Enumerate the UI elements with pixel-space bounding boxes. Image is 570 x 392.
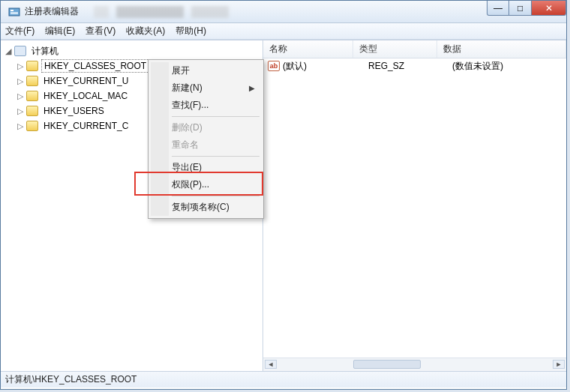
list-body[interactable]: ab (默认) REG_SZ (数值未设置)	[263, 58, 566, 358]
svg-rect-1	[10, 10, 14, 11]
value-type: REG_SZ	[368, 61, 452, 71]
ctx-delete: 删除(D)	[151, 119, 261, 136]
client-area: ◢ 计算机 ▷ HKEY_CLASSES_ROOT ▷ HKEY_CURRENT…	[1, 40, 566, 371]
col-data[interactable]: 数据	[437, 40, 566, 58]
ctx-new[interactable]: 新建(N)▶	[151, 79, 261, 97]
ctx-expand[interactable]: 展开	[151, 62, 261, 79]
menubar: 文件(F) 编辑(E) 查看(V) 收藏夹(A) 帮助(H)	[1, 23, 566, 40]
computer-icon	[14, 46, 26, 56]
collapse-icon[interactable]: ◢	[2, 46, 14, 56]
ctx-copy-key-name[interactable]: 复制项名称(C)	[151, 199, 261, 216]
tree-key-label: HKEY_CLASSES_ROOT	[41, 59, 149, 73]
menu-favorites[interactable]: 收藏夹(A)	[126, 25, 165, 37]
menu-separator	[172, 196, 260, 196]
tree-key-label: HKEY_CURRENT_U	[41, 75, 130, 87]
list-header: 名称 类型 数据	[263, 40, 566, 58]
value-data: (数值未设置)	[452, 60, 566, 73]
ctx-export[interactable]: 导出(E)	[151, 159, 261, 176]
maximize-button[interactable]: □	[509, 1, 532, 16]
tree-root-computer[interactable]: ◢ 计算机	[2, 43, 261, 58]
menu-edit[interactable]: 编辑(E)	[45, 25, 75, 37]
minimize-button[interactable]: —	[487, 1, 509, 16]
status-path: 计算机\HKEY_CLASSES_ROOT	[5, 373, 136, 386]
ctx-permissions[interactable]: 权限(P)...	[151, 176, 261, 193]
context-menu: 展开 新建(N)▶ 查找(F)... 删除(D) 重命名 导出(E) 权限(P)…	[148, 59, 264, 219]
scroll-right-icon[interactable]: ►	[553, 360, 565, 369]
string-value-icon: ab	[268, 61, 280, 71]
titlebar[interactable]: 注册表编辑器 — □ ✕	[1, 1, 566, 23]
folder-icon	[26, 76, 38, 86]
expand-icon[interactable]: ▷	[14, 91, 26, 101]
scroll-thumb[interactable]	[353, 360, 421, 369]
expand-icon[interactable]: ▷	[14, 76, 26, 86]
value-name: (默认)	[283, 60, 368, 73]
tree-root-label: 计算机	[29, 44, 61, 58]
tree-key-label: HKEY_CURRENT_C	[41, 120, 130, 132]
list-row[interactable]: ab (默认) REG_SZ (数值未设置)	[263, 58, 566, 73]
registry-editor-window: 注册表编辑器 — □ ✕ 文件(F) 编辑(E) 查看(V) 收藏夹(A) 帮助…	[0, 0, 567, 390]
svg-rect-2	[10, 12, 18, 14]
expand-icon[interactable]: ▷	[14, 61, 26, 71]
ctx-rename: 重命名	[151, 136, 261, 154]
menu-separator	[172, 116, 260, 117]
folder-icon	[26, 121, 38, 131]
folder-icon	[26, 91, 38, 101]
window-title: 注册表编辑器	[25, 5, 79, 18]
app-icon	[8, 6, 20, 18]
menu-separator	[172, 156, 260, 157]
folder-icon	[26, 61, 38, 71]
menu-file[interactable]: 文件(F)	[5, 25, 34, 37]
menu-view[interactable]: 查看(V)	[86, 25, 116, 37]
close-button[interactable]: ✕	[532, 1, 566, 16]
col-name[interactable]: 名称	[263, 40, 353, 58]
expand-icon[interactable]: ▷	[14, 121, 26, 131]
value-list-pane: 名称 类型 数据 ab (默认) REG_SZ (数值未设置) ◄ ►	[263, 40, 566, 371]
statusbar: 计算机\HKEY_CLASSES_ROOT	[1, 371, 566, 388]
horizontal-scrollbar[interactable]: ◄ ►	[263, 358, 566, 371]
scroll-left-icon[interactable]: ◄	[265, 360, 277, 369]
menu-help[interactable]: 帮助(H)	[176, 25, 206, 37]
folder-icon	[26, 106, 38, 116]
submenu-arrow-icon: ▶	[249, 84, 255, 92]
tree-key-label: HKEY_LOCAL_MAC	[41, 90, 130, 102]
ctx-find[interactable]: 查找(F)...	[151, 97, 261, 114]
col-type[interactable]: 类型	[353, 40, 437, 58]
window-buttons: — □ ✕	[487, 1, 566, 16]
expand-icon[interactable]: ▷	[14, 106, 26, 116]
tree-key-label: HKEY_USERS	[41, 105, 106, 117]
